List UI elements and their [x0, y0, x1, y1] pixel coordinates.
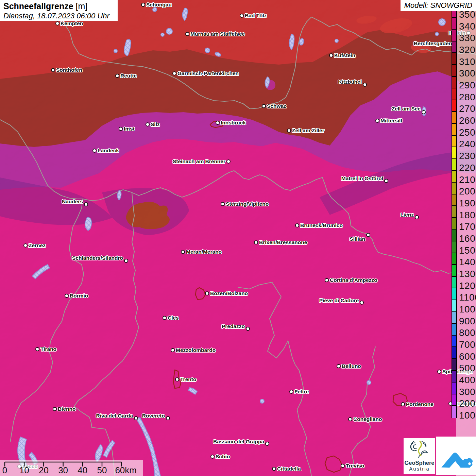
colorbar-tick-label: 600: [459, 351, 475, 362]
colorbar-segment: [452, 100, 456, 112]
city-dot-icon: [51, 68, 55, 72]
city-label: Sterzing/Vipiteno: [226, 201, 269, 207]
colorbar-segment: [452, 206, 456, 218]
city-label: Bad Tölz: [245, 13, 267, 19]
city-dot-icon: [325, 278, 329, 282]
colorbar-tick-label: 3200: [459, 44, 476, 56]
city-label: Sonthofen: [56, 67, 82, 73]
city-label: Pieve di Cadore: [319, 298, 359, 304]
city-label: Feltre: [294, 389, 309, 395]
city-label: Nauders: [62, 199, 83, 205]
colorbar-tick-label: 2300: [459, 150, 476, 162]
city-dot-icon: [163, 316, 167, 320]
scalebar-number: 30: [58, 465, 68, 476]
city-label: Conegliano: [353, 416, 382, 422]
colorbar-tick-label: 2200: [459, 162, 476, 174]
city-dot-icon: [240, 14, 244, 18]
colorbar-tick-label: 2400: [459, 138, 476, 150]
city-label: Sillian: [350, 236, 365, 242]
colorbar-segment: [452, 218, 456, 230]
colorbar-tick-label: 3100: [459, 56, 476, 68]
colorbar-tick-label: 1900: [459, 198, 476, 209]
colorbar-segment: [452, 382, 456, 394]
colorbar-tick-label: 1000: [459, 304, 476, 315]
colorbar-tick-label: 1800: [459, 209, 476, 221]
city-dot-icon: [115, 74, 119, 78]
city-label: Pordenone: [406, 401, 434, 407]
city-label: Predazzo: [222, 323, 245, 329]
colorbar-tick-label: 2700: [459, 103, 476, 115]
city-dot-icon: [171, 348, 175, 352]
colorbar-segment: [452, 300, 456, 312]
colorbar-tick-label: 1700: [459, 221, 476, 233]
colorbar-tick-label: 2800: [459, 91, 476, 103]
city-label: Bormio: [70, 293, 88, 299]
colorbar-segment: [452, 41, 456, 53]
scalebar-number: 60km: [115, 465, 137, 476]
city-dot-icon: [265, 442, 269, 446]
colorbar-tick-label: 3300: [459, 32, 476, 44]
colorbar-segment: [452, 112, 456, 124]
city-dot-icon: [295, 223, 299, 227]
colorbar-tick-label: 1600: [459, 233, 476, 244]
colorbar-tick-label: 3400: [459, 21, 476, 32]
city-label: Landeck: [98, 148, 119, 154]
city-dot-icon: [422, 110, 426, 114]
colorbar-segment: [452, 288, 456, 300]
city-label: Schio: [216, 454, 230, 460]
city-label: Mezzolombardo: [176, 347, 216, 353]
city-label: Mittersill: [380, 118, 402, 124]
geosphere-logo-box: GeoSphere Austria: [404, 438, 435, 474]
city-dot-icon: [384, 179, 388, 183]
map-title-unit: [m]: [76, 1, 88, 11]
city-label: Bozen/Bolzano: [210, 290, 248, 296]
scalebar-number: 40: [78, 465, 87, 476]
colorbar-segment: [452, 324, 456, 336]
colorbar-segment: [452, 265, 456, 277]
city-dot-icon: [92, 149, 97, 153]
city-dot-icon: [84, 202, 88, 206]
model-label: Modell: SNOWGRID: [401, 0, 476, 11]
city-dot-icon: [134, 416, 138, 420]
colorbar-tick-label: 1200: [459, 280, 476, 292]
city-label: Rovereto: [142, 413, 165, 419]
city-dot-icon: [124, 259, 128, 263]
city-label: Matrei in Osttirol: [341, 175, 383, 182]
colorbar-segment: [452, 371, 456, 383]
city-dot-icon: [437, 370, 441, 374]
colorbar-segment: [452, 241, 456, 253]
city-label: Bienno: [58, 406, 76, 412]
map-datetime: Dienstag, 18.07.2023 06:00 Uhr: [3, 11, 114, 20]
colorbar-tick-label: 900: [459, 316, 475, 327]
colorbar-tick-label: 2900: [459, 80, 476, 91]
snowfall-line-map-page: SchongauBad TölzKemptenHalleinMurnau am …: [0, 0, 476, 476]
city-label: Zernez: [29, 242, 46, 249]
colorbar-segment: [452, 183, 456, 194]
city-dot-icon: [181, 250, 185, 254]
city-dot-icon: [166, 416, 170, 420]
city-dot-icon: [175, 377, 179, 381]
geosphere-logo-text: GeoSphere: [404, 460, 435, 466]
city-label: Tirano: [40, 346, 56, 352]
city-label: Innsbruck: [221, 120, 246, 126]
partner-logo-box: [436, 437, 476, 475]
colorbar-segment: [452, 53, 456, 65]
city-dot-icon: [226, 159, 231, 164]
colorbar-tick-label: 1400: [459, 256, 476, 268]
city-dot-icon: [246, 327, 250, 331]
city-dot-icon: [360, 301, 364, 305]
city-dot-icon: [55, 21, 60, 26]
city-label: Kitzbühel: [338, 79, 362, 85]
colorbar-tick-label: 1100: [459, 292, 476, 303]
geosphere-logo-icon: [410, 439, 429, 458]
city-label: Cittadella: [277, 466, 301, 472]
colorbar-segment: [452, 336, 456, 347]
colorbar-tick-label: 700: [459, 339, 475, 351]
colorbar-tick-label: 500: [459, 362, 475, 374]
city-label: Cles: [168, 315, 179, 321]
colorbar-tick-label: 2500: [459, 127, 476, 138]
city-label: Treviso: [346, 463, 364, 469]
city-dot-icon: [172, 71, 176, 75]
colorbar-segment: [452, 147, 456, 159]
colorbar-segment: [452, 347, 456, 359]
